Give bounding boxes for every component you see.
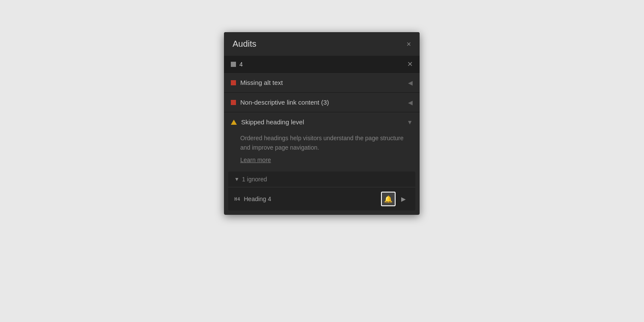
error-indicator-2 [231, 100, 236, 105]
audit-label-skipped-heading: Skipped heading level [241, 118, 304, 126]
ignored-actions: 🔔 ▶ [381, 192, 409, 206]
warning-indicator [231, 120, 237, 125]
ignored-section: ▼ 1 ignored H4 Heading 4 🔔 ▶ [228, 172, 415, 211]
audit-label-missing-alt: Missing alt text [240, 79, 283, 86]
panel-title: Audits [233, 39, 257, 49]
ignored-header[interactable]: ▼ 1 ignored [228, 172, 415, 187]
audits-panel: Audits × 4 ✕ Missing alt text ◀ Non-desc… [224, 32, 420, 215]
error-indicator [231, 80, 236, 85]
heading-tag: H4 [234, 196, 240, 202]
filter-count: 4 [231, 61, 243, 68]
filter-count-value: 4 [239, 61, 243, 68]
ignored-label: 1 ignored [242, 176, 267, 183]
filter-icon [231, 62, 236, 67]
description-text: Ordered headings help visitors understan… [240, 135, 404, 151]
heading-name: Heading 4 [244, 196, 271, 202]
bell-button[interactable]: 🔔 [381, 192, 396, 206]
chevron-missing-alt: ◀ [408, 79, 413, 86]
audit-item-skipped-heading: Skipped heading level ▼ Ordered headings… [224, 112, 420, 211]
ignored-item: H4 Heading 4 🔔 ▶ [228, 187, 415, 211]
audit-item-non-descriptive[interactable]: Non-descriptive link content (3) ◀ [224, 92, 420, 112]
bell-icon: 🔔 [384, 195, 393, 203]
filter-bar: 4 ✕ [224, 56, 420, 72]
ignored-chevron: ▼ [234, 176, 239, 182]
learn-more-link[interactable]: Learn more [240, 155, 413, 165]
chevron-non-descriptive: ◀ [408, 99, 413, 106]
audit-description: Ordered headings help visitors understan… [224, 132, 420, 172]
audit-label-non-descriptive: Non-descriptive link content (3) [240, 99, 329, 106]
arrow-icon: ▶ [401, 196, 406, 202]
audit-expanded-header[interactable]: Skipped heading level ▼ [224, 112, 420, 132]
close-button[interactable]: × [406, 40, 411, 48]
filter-clear-button[interactable]: ✕ [407, 60, 413, 68]
audit-item-missing-alt[interactable]: Missing alt text ◀ [224, 72, 420, 92]
chevron-skipped-heading: ▼ [407, 119, 413, 126]
navigate-button[interactable]: ▶ [397, 193, 409, 205]
panel-header: Audits × [224, 32, 420, 56]
